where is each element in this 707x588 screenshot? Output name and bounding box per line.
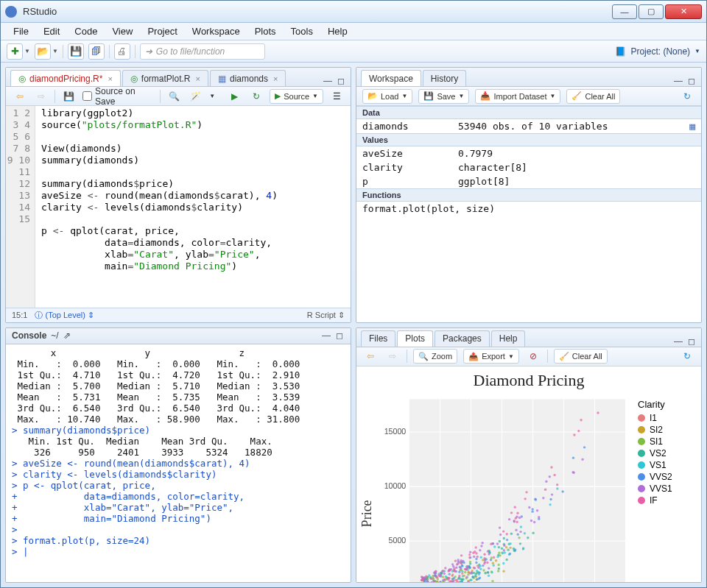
ws-item-clarity[interactable]: claritycharacter[8] xyxy=(356,160,701,174)
menu-file[interactable]: File xyxy=(7,24,35,38)
popup-icon[interactable]: ⇗ xyxy=(63,330,71,341)
new-file-button[interactable]: ✚ xyxy=(7,43,23,60)
menu-view[interactable]: View xyxy=(105,24,139,38)
source-on-save-input[interactable] xyxy=(82,91,92,101)
svg-point-351 xyxy=(516,533,518,535)
maximize-pane-icon[interactable]: ◻ xyxy=(686,76,697,86)
menu-project[interactable]: Project xyxy=(141,24,183,38)
svg-point-367 xyxy=(514,548,516,550)
open-file-button[interactable]: 📂 xyxy=(35,43,51,60)
svg-point-500 xyxy=(580,418,582,420)
save-button[interactable]: 💾 xyxy=(68,43,84,60)
code-area[interactable]: library(ggplot2) source("plots/formatPlo… xyxy=(35,106,351,308)
project-selector[interactable]: 📘 Project: (None) ▼ xyxy=(615,46,700,57)
remove-plot-icon[interactable]: ⊘ xyxy=(525,349,541,364)
chevron-down-icon[interactable]: ▼ xyxy=(52,48,58,54)
menu-tools[interactable]: Tools xyxy=(284,24,320,38)
menu-plots[interactable]: Plots xyxy=(248,24,283,38)
prev-plot-icon[interactable]: ⇦ xyxy=(362,349,379,364)
svg-point-476 xyxy=(425,575,427,577)
svg-point-473 xyxy=(528,506,530,508)
chevron-down-icon[interactable]: ▼ xyxy=(24,48,30,54)
minimize-pane-icon[interactable]: — xyxy=(673,76,683,86)
refresh-icon[interactable]: ↻ xyxy=(679,349,695,364)
forward-arrow-icon[interactable]: ⇨ xyxy=(33,89,49,104)
save-all-button[interactable]: 🗐 xyxy=(88,43,105,60)
plot-container: Price 0.00.51.01.52.02.53.03.55000100001… xyxy=(356,392,701,583)
close-icon[interactable]: × xyxy=(196,74,200,83)
scope-indicator[interactable]: ⓘ (Top Level) ⇕ xyxy=(35,310,94,321)
load-workspace-button[interactable]: 📂Load▼ xyxy=(362,89,412,104)
minimize-button[interactable]: — xyxy=(612,4,637,19)
menu-edit[interactable]: Edit xyxy=(37,24,66,38)
clear-workspace-button[interactable]: 🧹Clear All xyxy=(566,89,620,104)
outline-icon[interactable]: ☰ xyxy=(329,89,345,104)
source-editor[interactable]: 1 2 3 4 5 6 7 8 9 10 11 12 13 14 15 libr… xyxy=(6,106,351,308)
table-icon[interactable]: ▦ xyxy=(689,121,695,132)
legend-item: I1 xyxy=(638,413,698,423)
rerun-button[interactable]: ↻ xyxy=(248,89,264,104)
minimize-pane-icon[interactable]: — xyxy=(321,330,331,341)
find-icon[interactable]: 🔍 xyxy=(166,89,182,104)
ws-item-avesize[interactable]: aveSize0.7979 xyxy=(356,146,701,160)
svg-point-355 xyxy=(534,497,536,500)
ws-item-diamonds[interactable]: diamonds53940 obs. of 10 variables▦ xyxy=(356,119,701,133)
save-file-icon[interactable]: 💾 xyxy=(61,89,77,104)
console-body[interactable]: x y z Min. : 0.000 Min. : 0.000 Min. : 0… xyxy=(6,344,351,583)
tab-formatplot[interactable]: ◎ formatPlot.R × xyxy=(122,70,208,86)
svg-point-231 xyxy=(510,532,513,534)
export-plot-button[interactable]: 📤Export▼ xyxy=(463,349,519,364)
tab-history[interactable]: History xyxy=(423,70,466,86)
ws-item-formatplot[interactable]: format.plot(plot, size) xyxy=(356,202,701,216)
tab-plots[interactable]: Plots xyxy=(397,330,433,347)
language-indicator[interactable]: R Script ⇕ xyxy=(307,311,345,320)
maximize-pane-icon[interactable]: ◻ xyxy=(336,76,346,86)
tab-diamondpricing[interactable]: ◎ diamondPricing.R* × xyxy=(10,70,121,86)
svg-point-498 xyxy=(433,580,435,582)
close-icon[interactable]: × xyxy=(273,74,278,83)
back-arrow-icon[interactable]: ⇦ xyxy=(12,89,27,104)
svg-point-433 xyxy=(444,567,446,569)
minimize-pane-icon[interactable]: — xyxy=(673,336,683,347)
tab-workspace[interactable]: Workspace xyxy=(361,70,421,86)
save-workspace-button[interactable]: 💾Save▼ xyxy=(418,89,469,104)
tab-packages[interactable]: Packages xyxy=(435,330,490,347)
menu-code[interactable]: Code xyxy=(68,24,104,38)
svg-point-261 xyxy=(527,536,529,538)
separator xyxy=(160,90,161,103)
run-line-button[interactable]: ▶ xyxy=(227,89,242,104)
ws-item-p[interactable]: pggplot[8] xyxy=(356,174,701,188)
menu-workspace[interactable]: Workspace xyxy=(186,24,247,38)
menu-help[interactable]: Help xyxy=(321,24,354,38)
svg-text:15000: 15000 xyxy=(384,427,407,436)
goto-file-function-input[interactable]: ➜ Go to file/function xyxy=(140,43,265,60)
label: Zoom xyxy=(432,352,452,361)
clear-plots-button[interactable]: 🧹Clear All xyxy=(554,349,608,364)
maximize-pane-icon[interactable]: ◻ xyxy=(686,336,697,347)
minimize-pane-icon[interactable]: — xyxy=(323,76,333,86)
svg-point-536 xyxy=(449,569,451,571)
refresh-icon[interactable]: ↻ xyxy=(679,89,695,104)
tab-help-pane[interactable]: Help xyxy=(491,330,526,347)
legend-item: VVS2 xyxy=(638,472,698,482)
zoom-plot-button[interactable]: 🔍Zoom xyxy=(413,349,457,364)
source-pane: ◎ diamondPricing.R* × ◎ formatPlot.R × ▦… xyxy=(5,67,351,323)
source-on-save-checkbox[interactable]: Source on Save xyxy=(82,86,154,107)
wand-icon[interactable]: 🪄 xyxy=(188,89,203,104)
svg-point-122 xyxy=(495,559,497,562)
close-icon[interactable]: × xyxy=(108,74,112,83)
maximize-pane-icon[interactable]: ◻ xyxy=(334,330,345,341)
chevron-down-icon: ▼ xyxy=(312,93,318,99)
maximize-button[interactable]: ▢ xyxy=(639,4,664,19)
legend-swatch xyxy=(638,473,645,481)
close-button[interactable]: ✕ xyxy=(665,4,702,19)
svg-point-327 xyxy=(522,547,524,549)
import-dataset-button[interactable]: 📥Import Dataset▼ xyxy=(475,89,560,104)
chevron-down-icon[interactable]: ▼ xyxy=(209,93,215,99)
tab-files[interactable]: Files xyxy=(361,330,395,347)
source-script-button[interactable]: ▶ Source ▼ xyxy=(270,89,323,104)
print-button[interactable]: 🖨 xyxy=(114,43,130,60)
source-tabbar: ◎ diamondPricing.R* × ◎ formatPlot.R × ▦… xyxy=(6,68,351,87)
tab-diamonds-data[interactable]: ▦ diamonds × xyxy=(210,70,286,86)
next-plot-icon[interactable]: ⇨ xyxy=(384,349,401,364)
